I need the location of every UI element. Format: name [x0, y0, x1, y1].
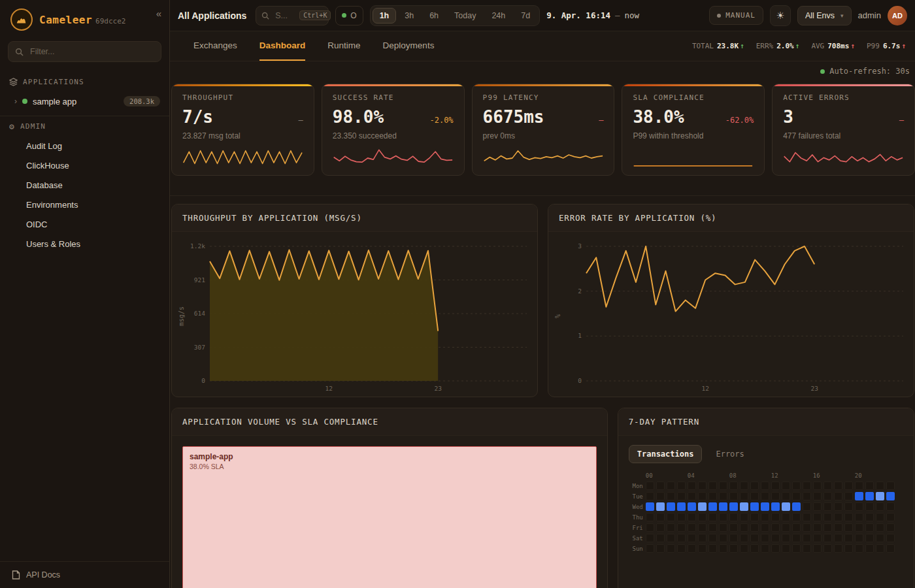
heatmap-cell[interactable] — [677, 523, 686, 532]
time-range-6h[interactable]: 6h — [422, 8, 446, 24]
heatmap-cell[interactable] — [771, 482, 780, 490]
global-search[interactable]: Ctrl+K — [256, 6, 329, 25]
heatmap-cell[interactable] — [803, 482, 811, 490]
heatmap-cell[interactable] — [708, 482, 717, 490]
heatmap-cell[interactable] — [698, 534, 707, 542]
tab-runtime[interactable]: Runtime — [327, 31, 360, 61]
heatmap-cell[interactable] — [886, 513, 895, 521]
heatmap-cell[interactable] — [813, 523, 822, 532]
heatmap-cell[interactable] — [667, 523, 675, 532]
heatmap-cell[interactable] — [803, 534, 811, 542]
heatmap-cell[interactable] — [688, 523, 696, 532]
heatmap-cell[interactable] — [855, 534, 863, 542]
heatmap-cell[interactable] — [740, 523, 748, 532]
heatmap-cell[interactable] — [792, 502, 801, 511]
heatmap-cell[interactable] — [698, 513, 707, 521]
heatmap-cell[interactable] — [667, 534, 675, 542]
heatmap-cell[interactable] — [688, 513, 696, 521]
heatmap-cell[interactable] — [708, 492, 717, 500]
heatmap-cell[interactable] — [708, 544, 717, 553]
heatmap-cell[interactable] — [698, 482, 707, 490]
heatmap-cell[interactable] — [782, 523, 790, 532]
heatmap-cell[interactable] — [886, 544, 895, 553]
heatmap-cell[interactable] — [876, 492, 884, 500]
api-docs-link[interactable]: API Docs — [0, 561, 169, 588]
search-input[interactable] — [274, 10, 295, 21]
heatmap-cell[interactable] — [813, 544, 822, 553]
sidebar-item-sample-app[interactable]: › sample app 208.3k — [0, 91, 169, 114]
tab-deployments[interactable]: Deployments — [383, 31, 435, 61]
heatmap-cell[interactable] — [855, 523, 863, 532]
heatmap-cell[interactable] — [886, 482, 895, 490]
treemap-block-sample-app[interactable]: sample-app 38.0% SLA — [182, 446, 597, 588]
time-range-24h[interactable]: 24h — [484, 8, 512, 24]
heatmap-cell[interactable] — [708, 534, 717, 542]
heatmap-cell[interactable] — [677, 534, 686, 542]
pattern-tab-errors[interactable]: Errors — [707, 445, 752, 463]
heatmap-cell[interactable] — [729, 513, 738, 521]
heatmap-cell[interactable] — [719, 544, 727, 553]
heatmap-cell[interactable] — [771, 523, 780, 532]
heatmap-cell[interactable] — [750, 534, 759, 542]
heatmap-cell[interactable] — [865, 544, 874, 553]
heatmap-cell[interactable] — [876, 502, 884, 511]
heatmap-cell[interactable] — [646, 544, 654, 553]
heatmap-cell[interactable] — [646, 534, 654, 542]
heatmap-cell[interactable] — [656, 502, 665, 511]
tab-exchanges[interactable]: Exchanges — [193, 31, 237, 61]
heatmap-cell[interactable] — [803, 523, 811, 532]
heatmap-cell[interactable] — [656, 492, 665, 500]
heatmap-cell[interactable] — [813, 502, 822, 511]
heatmap-cell[interactable] — [782, 513, 790, 521]
heatmap-cell[interactable] — [656, 513, 665, 521]
heatmap-cell[interactable] — [803, 492, 811, 500]
heatmap-cell[interactable] — [646, 513, 654, 521]
heatmap-cell[interactable] — [844, 492, 853, 500]
heatmap-cell[interactable] — [667, 502, 675, 511]
heatmap-cell[interactable] — [761, 513, 769, 521]
heatmap-cell[interactable] — [761, 523, 769, 532]
heatmap-cell[interactable] — [646, 523, 654, 532]
heatmap-cell[interactable] — [824, 544, 832, 553]
heatmap-cell[interactable] — [688, 502, 696, 511]
time-range-3h[interactable]: 3h — [397, 8, 421, 24]
heatmap-cell[interactable] — [708, 523, 717, 532]
env-select[interactable]: All Envs ▾ — [797, 6, 852, 25]
heatmap-cell[interactable] — [824, 523, 832, 532]
heatmap-cell[interactable] — [729, 534, 738, 542]
avatar[interactable]: AD — [888, 6, 907, 25]
heatmap-cell[interactable] — [740, 502, 748, 511]
heatmap-cell[interactable] — [750, 502, 759, 511]
heatmap-cell[interactable] — [782, 482, 790, 490]
heatmap-cell[interactable] — [677, 502, 686, 511]
heatmap-cell[interactable] — [865, 513, 874, 521]
heatmap-cell[interactable] — [792, 534, 801, 542]
heatmap-cell[interactable] — [688, 492, 696, 500]
sidebar-item-clickhouse[interactable]: ClickHouse — [0, 156, 169, 176]
heatmap-cell[interactable] — [824, 513, 832, 521]
sidebar-item-users-roles[interactable]: Users & Roles — [0, 235, 169, 254]
heatmap-cell[interactable] — [750, 544, 759, 553]
heatmap-cell[interactable] — [813, 534, 822, 542]
filter-input[interactable] — [29, 46, 154, 57]
heatmap-cell[interactable] — [834, 534, 842, 542]
time-range-7d[interactable]: 7d — [514, 8, 537, 24]
heatmap-cell[interactable] — [719, 523, 727, 532]
heatmap-cell[interactable] — [855, 492, 863, 500]
heatmap-cell[interactable] — [771, 513, 780, 521]
heatmap-cell[interactable] — [740, 492, 748, 500]
heatmap-cell[interactable] — [729, 523, 738, 532]
heatmap-cell[interactable] — [677, 482, 686, 490]
heatmap-cell[interactable] — [782, 544, 790, 553]
manual-refresh-button[interactable]: MANUAL — [709, 6, 763, 25]
heatmap-cell[interactable] — [740, 534, 748, 542]
heatmap-cell[interactable] — [865, 492, 874, 500]
heatmap-cell[interactable] — [803, 513, 811, 521]
heatmap-cell[interactable] — [834, 523, 842, 532]
heatmap-cell[interactable] — [834, 482, 842, 490]
heatmap-cell[interactable] — [761, 544, 769, 553]
heatmap-cell[interactable] — [813, 513, 822, 521]
heatmap-cell[interactable] — [677, 492, 686, 500]
heatmap-cell[interactable] — [792, 544, 801, 553]
heatmap-cell[interactable] — [688, 482, 696, 490]
